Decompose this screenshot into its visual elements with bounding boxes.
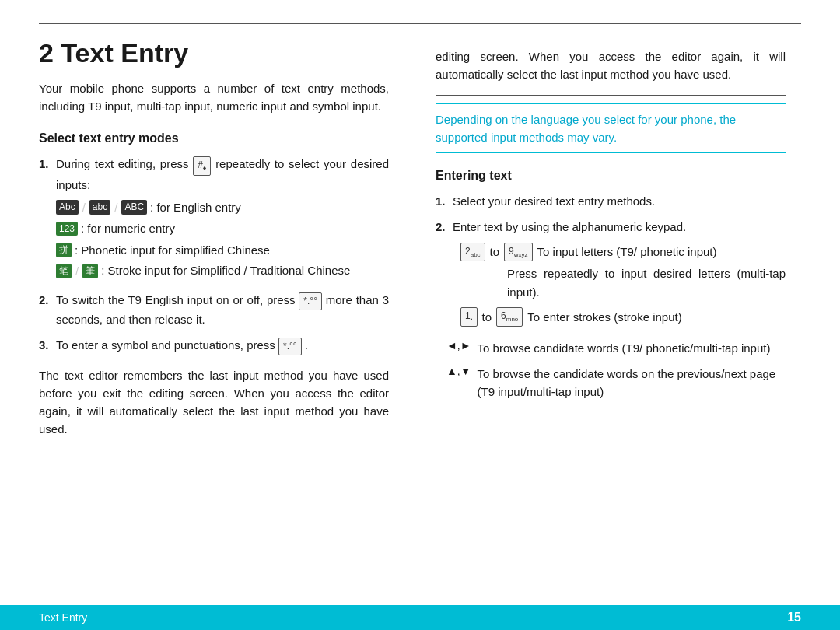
bullet-items: ◄,► To browse candidate words (T9/ phone… [446, 339, 786, 401]
footer-bar: Text Entry 15 [0, 605, 840, 630]
bullet-ud-icon: ▲,▼ [446, 365, 471, 377]
stroke-input-row: 笔 / 筆 : Stroke input for Simplified / Tr… [56, 262, 389, 280]
symbol-key-badge: *.°° [278, 338, 302, 355]
phonetic-input-row: 拼 : Phonetic input for simplified Chines… [56, 241, 389, 259]
bullet-lr-icon: ◄,► [446, 339, 471, 352]
chapter-title-text: Text Entry [61, 38, 188, 68]
phonetic-badge: 拼 [56, 243, 72, 257]
numeric-badge: 123 [56, 222, 78, 236]
right-top-text: editing screen. When you access the edit… [436, 47, 786, 84]
stroke1-badge: 笔 [56, 264, 72, 278]
cyan-note: Depending on the language you select for… [436, 103, 786, 154]
step-3: 3. To enter a symbol and punctuations, p… [39, 336, 389, 355]
bullet-ud: ▲,▼ To browse the candidate words on the… [446, 365, 786, 401]
footer-note: The text editor remembers the last input… [39, 366, 389, 439]
entering-step-2: 2. Enter text by using the alphanumeric … [436, 218, 786, 331]
bullet-lr: ◄,► To browse candidate words (T9/ phone… [446, 339, 786, 357]
page-container: 2 Text Entry Your mobile phone supports … [0, 0, 840, 630]
step-1: 1. During text editing, press #♦ repeate… [39, 155, 389, 284]
steps-list: 1. During text editing, press #♦ repeate… [39, 155, 389, 355]
hash-key-badge: #♦ [193, 156, 211, 176]
entering-steps-list: 1. Select your desired text entry method… [436, 192, 786, 331]
key-9-badge: 9wxyz [504, 243, 532, 262]
intro-paragraph: Your mobile phone supports a number of t… [39, 79, 389, 116]
right-column: editing screen. When you access the edit… [412, 24, 786, 605]
star-key-badge: *.°° [299, 292, 322, 310]
key-1-badge: 1▪ [460, 307, 478, 327]
footer-left-text: Text Entry [39, 611, 87, 624]
right-separator [436, 95, 786, 96]
step-2: 2. To switch the T9 English input on or … [39, 291, 389, 328]
abc-input-row: Abc / abc / ABC : for English entry [56, 198, 389, 216]
left-column: 2 Text Entry Your mobile phone supports … [39, 24, 412, 605]
entering-text-heading: Entering text [436, 169, 786, 183]
key-2-badge: 2abc [460, 243, 485, 262]
select-modes-heading: Select text entry modes [39, 131, 389, 145]
numeric-input-row: 123 : for numeric entry [56, 219, 389, 237]
stroke2-badge: 筆 [82, 264, 98, 278]
entering-step-1: 1. Select your desired text entry method… [436, 192, 786, 210]
ABC-badge: ABC [121, 200, 147, 215]
press-repeatedly-note: Press repeatedly to input desired letter… [507, 264, 786, 301]
abc-lower-badge: abc [89, 200, 110, 215]
content-area: 2 Text Entry Your mobile phone supports … [0, 24, 840, 605]
footer-page-number: 15 [787, 611, 801, 625]
key-6-badge: 6mno [496, 307, 523, 327]
chapter-title: 2 Text Entry [39, 38, 389, 68]
keypad-row-2: 1▪ to 6mno To enter strokes (stroke inpu… [460, 307, 786, 327]
abc-badge: Abc [56, 200, 79, 215]
keypad-row-1: 2abc to 9wxyz To input letters (T9/ phon… [460, 243, 786, 262]
